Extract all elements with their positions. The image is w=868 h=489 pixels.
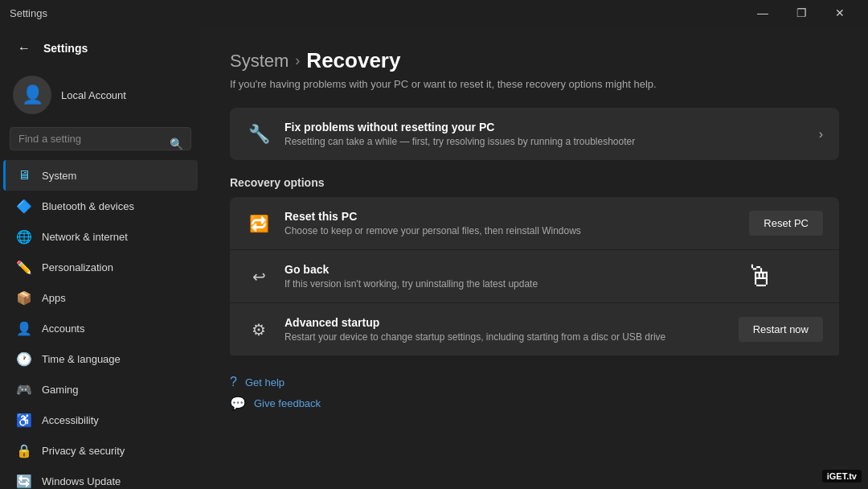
sidebar-item-label: Accounts	[42, 323, 84, 335]
go-back-text: Go back If this version isn't working, t…	[285, 263, 714, 290]
breadcrumb-current: Recovery	[306, 48, 400, 73]
get-help-link[interactable]: ? Get help	[230, 375, 839, 389]
app-title: Settings	[43, 42, 88, 55]
sidebar-item-label: Accessibility	[42, 414, 99, 426]
advanced-startup-title: Advanced startup	[285, 316, 726, 329]
apps-icon: 📦	[16, 290, 32, 306]
sidebar-item-system[interactable]: 🖥 System	[3, 160, 198, 191]
watermark: iGET.tv	[822, 470, 862, 483]
reset-pc-text: Reset this PC Choose to keep or remove y…	[285, 210, 736, 236]
feedback-icon: 💬	[230, 396, 246, 411]
bottom-links: ? Get help 💬 Give feedback	[230, 375, 839, 411]
reset-pc-icon: 🔁	[246, 214, 272, 233]
fix-problems-card[interactable]: 🔧 Fix problems without resetting your PC…	[230, 108, 839, 160]
reset-pc-button[interactable]: Reset PC	[749, 211, 823, 236]
get-help-label: Get help	[245, 376, 285, 388]
sidebar-item-network[interactable]: 🌐 Network & internet	[3, 221, 198, 252]
sidebar-item-label: System	[42, 170, 76, 182]
recovery-card-reset: 🔁 Reset this PC Choose to keep or remove…	[230, 197, 839, 249]
sidebar-item-apps[interactable]: 📦 Apps	[3, 282, 198, 313]
sidebar-item-time[interactable]: 🕐 Time & language	[3, 343, 198, 374]
go-back-desc: If this version isn't working, try unins…	[285, 278, 714, 290]
sidebar-item-accounts[interactable]: 👤 Accounts	[3, 313, 198, 343]
user-profile[interactable]: 👤 Local Account	[0, 68, 201, 127]
page-subtitle: If you're having problems with your PC o…	[230, 78, 839, 90]
title-bar-controls: — ❐ ✕	[744, 0, 858, 26]
restart-now-button[interactable]: Restart now	[739, 317, 823, 342]
maximize-button[interactable]: ❐	[783, 0, 820, 26]
sidebar-item-label: Personalization	[42, 261, 113, 273]
fix-problems-title: Fix problems without resetting your PC	[285, 121, 806, 134]
chevron-right-icon: ›	[819, 127, 823, 142]
go-back-icon: ↩	[246, 267, 272, 286]
recovery-card-advanced: ⚙ Advanced startup Restart your device t…	[230, 303, 839, 355]
personalization-icon: ✏️	[16, 259, 32, 275]
sidebar-item-label: Time & language	[42, 353, 121, 365]
search-container: 🔍	[0, 127, 201, 160]
recovery-section-label: Recovery options	[230, 176, 839, 189]
search-icon: 🔍	[170, 138, 183, 150]
sidebar-item-gaming[interactable]: 🎮 Gaming	[3, 374, 198, 405]
sidebar-nav: 🖥 System 🔷 Bluetooth & devices 🌐 Network…	[0, 160, 201, 489]
recovery-card-go-back: ↩ Go back If this version isn't working,…	[230, 250, 839, 302]
recovery-cards-group: 🔁 Reset this PC Choose to keep or remove…	[230, 197, 839, 359]
advanced-startup-icon: ⚙	[246, 320, 272, 339]
search-input[interactable]	[10, 127, 191, 150]
reset-pc-desc: Choose to keep or remove your personal f…	[285, 225, 736, 236]
sidebar: ← Settings 👤 Local Account 🔍 🖥 System 🔷 …	[0, 26, 201, 489]
help-icon: ?	[230, 375, 237, 389]
fix-problems-desc: Resetting can take a while — first, try …	[285, 136, 806, 147]
breadcrumb: System › Recovery	[230, 48, 839, 73]
sidebar-item-accessibility[interactable]: ♿ Accessibility	[3, 405, 198, 435]
sidebar-item-bluetooth[interactable]: 🔷 Bluetooth & devices	[3, 191, 198, 221]
minimize-button[interactable]: —	[744, 0, 781, 26]
give-feedback-link[interactable]: 💬 Give feedback	[230, 396, 839, 411]
time-icon: 🕐	[16, 351, 32, 367]
advanced-startup-desc: Restart your device to change startup se…	[285, 331, 726, 343]
back-button[interactable]: ←	[13, 37, 35, 60]
sidebar-item-label: Privacy & security	[42, 445, 125, 457]
fix-problems-icon: 🔧	[246, 124, 272, 145]
windows-update-icon: 🔄	[16, 473, 32, 489]
sidebar-item-label: Windows Update	[42, 475, 121, 487]
network-icon: 🌐	[16, 228, 32, 244]
give-feedback-label: Give feedback	[254, 397, 321, 409]
fix-problems-text: Fix problems without resetting your PC R…	[285, 121, 806, 147]
sidebar-item-label: Bluetooth & devices	[42, 200, 134, 212]
accounts-icon: 👤	[16, 320, 32, 336]
sidebar-item-windows-update[interactable]: 🔄 Windows Update	[3, 466, 198, 489]
sidebar-header: ← Settings	[0, 26, 201, 68]
app-window: ← Settings 👤 Local Account 🔍 🖥 System 🔷 …	[0, 26, 868, 489]
privacy-icon: 🔒	[16, 442, 32, 458]
sidebar-item-label: Gaming	[42, 384, 79, 396]
gaming-icon: 🎮	[16, 381, 32, 397]
user-name: Local Account	[61, 89, 126, 101]
advanced-startup-text: Advanced startup Restart your device to …	[285, 316, 726, 343]
go-back-title: Go back	[285, 263, 714, 276]
sidebar-item-label: Network & internet	[42, 231, 128, 243]
title-bar-left: Settings	[10, 7, 47, 19]
system-icon: 🖥	[16, 167, 32, 183]
bluetooth-icon: 🔷	[16, 198, 32, 214]
breadcrumb-separator: ›	[295, 52, 300, 69]
sidebar-item-privacy[interactable]: 🔒 Privacy & security	[3, 435, 198, 466]
cursor-hand: 🖱	[746, 260, 775, 294]
title-bar-title: Settings	[10, 7, 47, 19]
title-bar: Settings — ❐ ✕	[0, 0, 868, 26]
accessibility-icon: ♿	[16, 412, 32, 428]
reset-pc-title: Reset this PC	[285, 210, 736, 223]
sidebar-item-personalization[interactable]: ✏️ Personalization	[3, 252, 198, 282]
main-content: System › Recovery If you're having probl…	[201, 26, 868, 489]
avatar: 👤	[13, 76, 51, 114]
sidebar-item-label: Apps	[42, 292, 66, 304]
close-button[interactable]: ✕	[821, 0, 858, 26]
breadcrumb-parent[interactable]: System	[230, 51, 289, 72]
